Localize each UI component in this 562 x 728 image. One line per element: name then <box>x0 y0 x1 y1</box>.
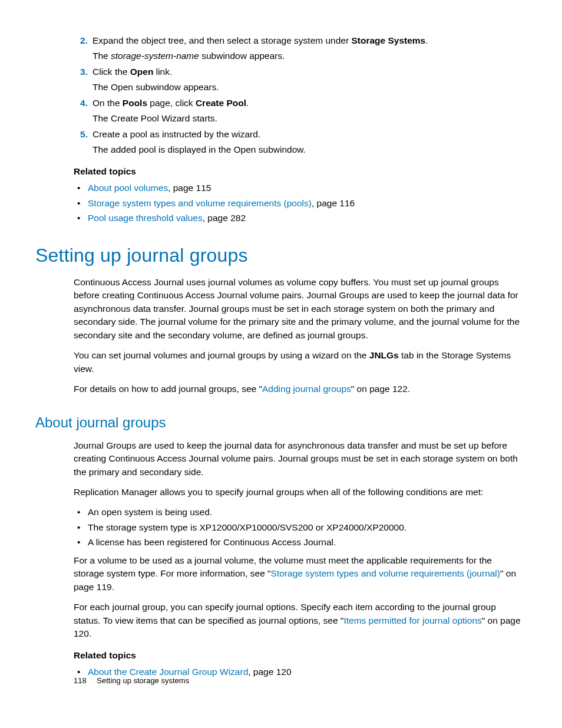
list-item: A license has been registered for Contin… <box>74 536 524 549</box>
step-line: Expand the object tree, and then select … <box>92 34 524 47</box>
link-about-pool-volumes[interactable]: About pool volumes <box>88 183 168 193</box>
link-storage-system-types-pools[interactable]: Storage system types and volume requirem… <box>88 198 312 208</box>
step-line: The Open subwindow appears. <box>92 81 524 94</box>
step-3: 3. Click the Open link. The Open subwind… <box>74 65 524 94</box>
paragraph: Continuous Access Journal uses journal v… <box>74 276 524 342</box>
link-storage-system-types-journal[interactable]: Storage system types and volume requirem… <box>271 568 500 578</box>
page-footer: 118 Setting up storage systems <box>74 676 189 687</box>
paragraph: For details on how to add journal groups… <box>74 383 524 396</box>
related-topics-heading: Related topics <box>74 165 524 178</box>
step-line: On the Pools page, click Create Pool. <box>92 97 524 110</box>
conditions-list: An open system is being used. The storag… <box>74 506 524 549</box>
step-line: Create a pool as instructed by the wizar… <box>92 128 524 141</box>
steps-block: 2. Expand the object tree, and then sele… <box>74 34 524 225</box>
paragraph: Journal Groups are used to keep the jour… <box>74 439 524 479</box>
related-item: About pool volumes, page 115 <box>74 182 524 195</box>
footer-title: Setting up storage systems <box>97 676 189 685</box>
list-item: The storage system type is XP12000/XP100… <box>74 521 524 534</box>
section-heading: Setting up journal groups <box>35 242 527 269</box>
step-5: 5. Create a pool as instructed by the wi… <box>74 128 524 157</box>
subsection-heading: About journal groups <box>35 413 527 433</box>
step-number: 3. <box>74 65 88 78</box>
list-item: An open system is being used. <box>74 506 524 519</box>
link-items-permitted-journal-options[interactable]: Items permitted for journal options <box>343 615 481 625</box>
paragraph: Replication Manager allows you to specif… <box>74 486 524 499</box>
step-line: The storage-system-name subwindow appear… <box>92 50 524 62</box>
paragraph: You can set journal volumes and journal … <box>74 349 524 375</box>
ordered-steps: 2. Expand the object tree, and then sele… <box>74 34 524 157</box>
step-2: 2. Expand the object tree, and then sele… <box>74 34 524 63</box>
document-page: 2. Expand the object tree, and then sele… <box>0 0 562 728</box>
link-pool-usage-threshold[interactable]: Pool usage threshold values <box>88 213 203 223</box>
step-number: 2. <box>74 34 88 47</box>
step-line: Click the Open link. <box>92 65 524 78</box>
paragraph: For each journal group, you can specify … <box>74 601 524 640</box>
step-line: The Create Pool Wizard starts. <box>92 112 524 125</box>
step-number: 4. <box>74 97 88 110</box>
related-item: Storage system types and volume requirem… <box>74 197 524 210</box>
link-adding-journal-groups[interactable]: Adding journal groups <box>262 384 351 394</box>
section-body: Continuous Access Journal uses journal v… <box>74 276 524 396</box>
related-topics-list: About pool volumes, page 115 Storage sys… <box>74 182 524 225</box>
paragraph: For a volume to be used as a journal vol… <box>74 554 524 594</box>
subsection-body: Journal Groups are used to keep the jour… <box>74 439 524 679</box>
page-number: 118 <box>74 676 87 685</box>
step-line: The added pool is displayed in the Open … <box>92 143 524 156</box>
related-topics-heading: Related topics <box>74 649 524 662</box>
step-number: 5. <box>74 128 88 141</box>
related-item: Pool usage threshold values, page 282 <box>74 212 524 225</box>
step-4: 4. On the Pools page, click Create Pool.… <box>74 97 524 126</box>
